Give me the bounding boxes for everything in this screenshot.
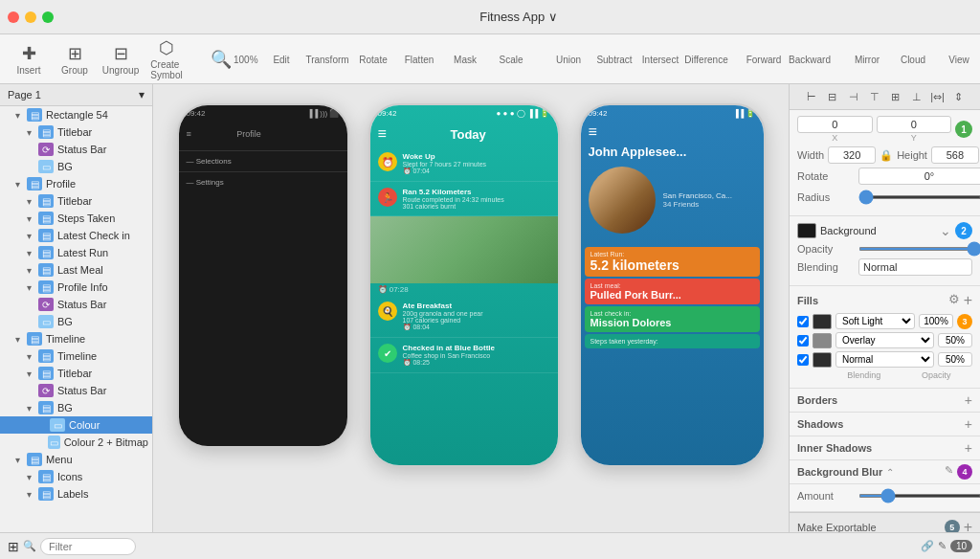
profile-selections: — Selections [179, 150, 347, 171]
link-icon[interactable]: 🔗 [921, 540, 934, 552]
close-button[interactable] [8, 11, 19, 23]
intersect-button[interactable]: Intersect [639, 50, 681, 69]
x-input[interactable] [797, 116, 873, 133]
tree-group-timeline[interactable]: ▾ ▤ Timeline [0, 330, 152, 347]
group-button[interactable]: ⊞ Group [54, 39, 96, 79]
edit-icon[interactable]: ✎ [938, 540, 947, 552]
tree-item-steps[interactable]: ▾ ▤ Steps Taken [0, 210, 152, 227]
union-button[interactable]: Union [547, 50, 590, 69]
folder-icon: ▤ [38, 470, 54, 483]
tree-item-checkin[interactable]: ▾ ▤ Latest Check in [0, 227, 152, 244]
fill-swatch-2[interactable] [813, 333, 832, 348]
tree-group-profile[interactable]: ▾ ▤ Profile [0, 175, 152, 192]
height-input[interactable] [931, 146, 979, 164]
tree-item-bg-1[interactable]: ▭ BG [0, 158, 152, 175]
tree-item-profileinfo[interactable]: ▾ ▤ Profile Info [0, 279, 152, 296]
align-right-btn[interactable]: ⊣ [844, 88, 863, 105]
align-top-btn[interactable]: ⊤ [865, 88, 884, 105]
canvas-area[interactable]: 09:42 ▐▐ ))) ⬛ ≡ Profile — Selections — … [153, 84, 789, 532]
view-button[interactable]: View [938, 50, 980, 69]
tree-item-titlebar-1[interactable]: ▾ ▤ Titlebar [0, 123, 152, 141]
fill-swatch-3[interactable] [813, 352, 832, 368]
tree-item-statusbar-1[interactable]: ⟳ Status Bar [0, 141, 152, 158]
timeline-dot-3: 🍳 [378, 302, 397, 321]
dist-h-btn[interactable]: |⇔| [928, 88, 947, 105]
minimize-button[interactable] [25, 11, 36, 23]
arrow-icon: ▾ [15, 110, 27, 121]
filter-input[interactable] [40, 538, 136, 555]
tree-item-statusbar-3[interactable]: ⟳ Status Bar [0, 382, 152, 399]
shadows-add-icon[interactable]: + [965, 416, 972, 432]
tree-item-statusbar-2[interactable]: ⟳ Status Bar [0, 296, 152, 313]
bg-dropdown-icon[interactable]: ⌄ [940, 223, 951, 238]
fill-mode-3[interactable]: Normal Soft Light Overlay [835, 351, 934, 368]
subtract-button[interactable]: Subtract [593, 50, 635, 69]
align-middle-v-btn[interactable]: ⊞ [886, 88, 905, 105]
opacity-slider[interactable] [858, 247, 980, 251]
scale-button[interactable]: Scale [490, 50, 532, 69]
fill-swatch-1[interactable] [813, 314, 832, 329]
page-selector[interactable]: Page 1 ▾ [0, 84, 152, 106]
fill-opacity-1[interactable] [919, 314, 953, 328]
y-input[interactable] [877, 116, 952, 133]
tree-item-bg-3[interactable]: ▾ ▤ BG [0, 399, 152, 416]
cloud-button[interactable]: Cloud [892, 50, 934, 69]
tree-group-rectangle[interactable]: ▾ ▤ Rectangle 54 [0, 106, 152, 123]
fills-settings-icon[interactable]: ⚙ [948, 292, 960, 309]
fill-opacity-3[interactable] [938, 352, 972, 367]
fill-mode-2[interactable]: Overlay Normal Soft Light [835, 332, 934, 348]
layers-sidebar: Page 1 ▾ ▾ ▤ Rectangle 54 ▾ ▤ Titlebar ⟳… [0, 84, 153, 532]
create-symbol-button[interactable]: ⬡ Create Symbol [145, 34, 188, 84]
blending-select[interactable]: Normal Multiply Screen Overlay Soft Ligh… [858, 258, 972, 276]
rotate-button[interactable]: Rotate [352, 50, 394, 69]
tree-item-colour2[interactable]: ▭ Colour 2 + Bitmap [0, 434, 152, 451]
align-center-h-btn[interactable]: ⊟ [823, 88, 842, 105]
borders-add-icon[interactable]: + [965, 392, 972, 408]
inner-shadows-add-icon[interactable]: + [965, 440, 972, 456]
tree-item-labels[interactable]: ▾ ▤ Labels [0, 485, 152, 503]
tree-item-colour[interactable]: ▭ Colour [0, 416, 152, 434]
fill-mode-1[interactable]: Soft Light Normal Overlay [835, 313, 915, 329]
edit-button[interactable]: Edit [260, 50, 302, 69]
ungroup-button[interactable]: ⊟ Ungroup [100, 39, 142, 79]
tree-item-bg-2[interactable]: ▭ BG [0, 313, 152, 330]
blur-slider[interactable] [858, 494, 980, 498]
tree-item-run[interactable]: ▾ ▤ Latest Run [0, 244, 152, 261]
tree-item-titlebar-3[interactable]: ▾ ▤ Titlebar [0, 365, 152, 382]
insert-button[interactable]: ✚ Insert [8, 39, 50, 79]
rotate-input[interactable] [858, 168, 980, 185]
insert-icon: ✚ [22, 43, 36, 64]
y-group: Y [877, 116, 952, 143]
tree-item-timeline-inner[interactable]: ▾ ▤ Timeline [0, 347, 152, 365]
transform-button[interactable]: Transform [306, 50, 348, 69]
flatten-button[interactable]: Flatten [398, 50, 440, 69]
mask-button[interactable]: Mask [444, 50, 486, 69]
fill-checkbox-2[interactable] [797, 335, 809, 347]
bg-blur-edit-icon[interactable]: ✎ [945, 464, 953, 480]
radius-slider[interactable] [858, 195, 980, 199]
backward-button[interactable]: Backward [789, 50, 831, 69]
maximize-button[interactable] [42, 11, 54, 23]
align-bottom-btn[interactable]: ⊥ [907, 88, 926, 105]
folder-icon: ▤ [38, 246, 54, 259]
tree-group-menu[interactable]: ▾ ▤ Menu [0, 451, 152, 468]
zoom-control[interactable]: 🔍 100% [203, 45, 245, 74]
forward-button[interactable]: Forward [743, 50, 785, 69]
window-controls[interactable] [8, 11, 54, 23]
fills-add-icon[interactable]: + [964, 292, 972, 309]
dist-v-btn[interactable]: ⇕ [949, 88, 969, 105]
exportable-add-icon[interactable]: + [964, 519, 972, 532]
fill-checkbox-1[interactable] [797, 316, 809, 327]
filter-icon[interactable]: ⊞ [8, 539, 19, 554]
bg-color-swatch[interactable] [797, 223, 816, 238]
mirror-button[interactable]: Mirror [846, 50, 888, 69]
rect-icon: ▭ [38, 315, 54, 328]
width-input[interactable] [828, 146, 876, 164]
difference-button[interactable]: Difference [685, 50, 727, 69]
tree-item-icons[interactable]: ▾ ▤ Icons [0, 468, 152, 485]
tree-item-titlebar-2[interactable]: ▾ ▤ Titlebar [0, 192, 152, 210]
fill-opacity-2[interactable] [938, 333, 972, 347]
tree-item-meal[interactable]: ▾ ▤ Last Meal [0, 261, 152, 279]
fill-checkbox-3[interactable] [797, 354, 809, 366]
align-left-btn[interactable]: ⊢ [802, 88, 821, 105]
